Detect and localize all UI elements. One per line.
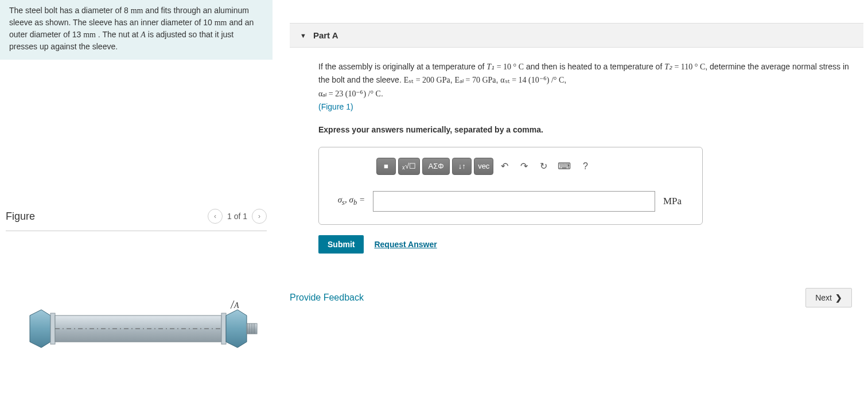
figure-header: Figure ‹ 1 of 1 › xyxy=(6,209,267,231)
svg-marker-0 xyxy=(30,310,50,348)
provide-feedback-link[interactable]: Provide Feedback xyxy=(290,293,364,303)
unit-mm: mm xyxy=(83,30,96,39)
unit-mm: mm xyxy=(131,6,143,15)
val-T1: = 10 ° C xyxy=(495,63,524,71)
next-button[interactable]: Next ❯ xyxy=(805,288,852,307)
val-Eal: Eₐₗ = 70 GPa xyxy=(455,76,496,84)
val-ast: αₛₜ = 14 (10⁻⁶) /° C xyxy=(500,76,564,84)
q-text: If the assembly is originally at a tempe… xyxy=(318,62,486,71)
greek-icon: ΑΣΦ xyxy=(429,162,444,170)
svg-rect-4 xyxy=(221,313,226,344)
undo-button[interactable]: ↶ xyxy=(496,158,513,175)
problem-text: . The nut at xyxy=(96,30,141,39)
q-text: . xyxy=(381,89,383,98)
part-label: Part A xyxy=(313,30,338,40)
greek-tool-button[interactable]: ΑΣΦ xyxy=(422,158,450,175)
reset-icon: ↻ xyxy=(540,161,547,172)
problem-statement: The steel bolt has a diameter of 8 mm an… xyxy=(0,0,273,60)
val-Est: Eₛₜ = 200 GPa xyxy=(404,76,450,84)
figure-section: Figure ‹ 1 of 1 › xyxy=(0,209,273,371)
svg-rect-6 xyxy=(247,324,257,334)
subsup-icon: ↓↑ xyxy=(458,162,466,170)
svg-rect-1 xyxy=(50,313,55,344)
answer-unit: MPa xyxy=(663,196,691,207)
equation-toolbar: ■ ᵪ√☐ ΑΣΦ ↓↑ vec ↶ ↷ ↻ ⌨ ? xyxy=(376,158,691,175)
answer-instruction: Express your answers numerically, separa… xyxy=(318,125,858,134)
figure-title: Figure xyxy=(6,211,35,223)
undo-icon: ↶ xyxy=(501,161,508,172)
sqrt-icon: ᵪ√☐ xyxy=(402,162,416,170)
figure-nav: ‹ 1 of 1 › xyxy=(208,209,267,224)
figure-prev-button[interactable]: ‹ xyxy=(208,209,223,224)
answer-variable-label: σs, σb = xyxy=(330,195,365,207)
q-text: and then is heated to a temperature of xyxy=(524,62,664,71)
template-tool-button[interactable]: ■ xyxy=(376,158,396,175)
help-button[interactable]: ? xyxy=(577,158,594,175)
figure-counter: 1 of 1 xyxy=(227,212,247,221)
help-icon: ? xyxy=(583,161,588,172)
vec-icon: vec xyxy=(478,162,489,170)
val-T2: = 110 ° C xyxy=(672,63,705,71)
vec-tool-button[interactable]: vec xyxy=(474,158,493,175)
var-T1: T₁ xyxy=(486,63,495,71)
var-A: A xyxy=(141,30,146,39)
subsup-tool-button[interactable]: ↓↑ xyxy=(452,158,472,175)
q-text: , xyxy=(564,75,566,84)
question-text: If the assembly is originally at a tempe… xyxy=(318,60,858,114)
request-answer-link[interactable]: Request Answer xyxy=(374,240,437,249)
answer-input[interactable] xyxy=(373,191,655,212)
redo-icon: ↷ xyxy=(520,161,528,172)
reset-button[interactable]: ↻ xyxy=(535,158,552,175)
keyboard-button[interactable]: ⌨ xyxy=(554,158,574,175)
figure-next-button[interactable]: › xyxy=(252,209,267,224)
figure-link[interactable]: (Figure 1) xyxy=(318,102,353,111)
part-header[interactable]: ▼ Part A xyxy=(290,23,863,48)
caret-down-icon: ▼ xyxy=(300,32,306,39)
next-label: Next xyxy=(815,293,832,302)
val-aal: αₐₗ = 23 (10⁻⁶) /° C xyxy=(318,89,381,98)
q-text: , xyxy=(450,75,455,84)
var-T2: T₂ xyxy=(664,63,672,71)
answer-box: ■ ᵪ√☐ ΑΣΦ ↓↑ vec ↶ ↷ ↻ ⌨ ? σs, σb = MPa xyxy=(318,147,703,225)
sqrt-tool-button[interactable]: ᵪ√☐ xyxy=(398,158,420,175)
template-icon: ■ xyxy=(384,162,388,170)
redo-button[interactable]: ↷ xyxy=(515,158,532,175)
problem-text: The steel bolt has a diameter of 8 xyxy=(9,6,131,15)
svg-marker-5 xyxy=(226,310,247,348)
figure-label-A-text: A xyxy=(234,301,246,310)
keyboard-icon: ⌨ xyxy=(558,161,571,172)
chevron-right-icon: ❯ xyxy=(835,293,842,302)
unit-mm: mm xyxy=(215,18,227,27)
figure-image: A xyxy=(6,297,267,371)
submit-button[interactable]: Submit xyxy=(318,235,364,254)
